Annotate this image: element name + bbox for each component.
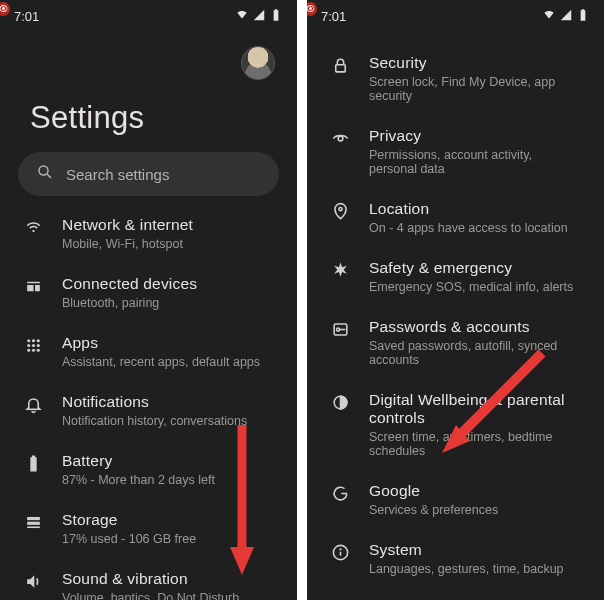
item-battery[interactable]: Battery87% - More than 2 days left [0, 440, 297, 499]
location-icon [329, 202, 351, 221]
item-label: Digital Wellbeing & parental controls [369, 391, 582, 427]
wifi-icon [542, 8, 556, 25]
wellbeing-icon [329, 393, 351, 412]
battery-icon [22, 454, 44, 473]
svg-point-10 [36, 349, 39, 352]
item-sub: Screen lock, Find My Device, app securit… [369, 75, 582, 103]
item-privacy[interactable]: PrivacyPermissions, account activity, pe… [307, 115, 604, 188]
svg-point-8 [27, 349, 30, 352]
item-label: Security [369, 54, 582, 72]
item-safety[interactable]: Safety & emergencyEmergency SOS, medical… [307, 247, 604, 306]
status-bar: 7:01 [307, 0, 604, 26]
svg-point-21 [336, 328, 339, 331]
svg-rect-12 [27, 522, 40, 525]
svg-point-3 [31, 339, 34, 342]
item-sub: Emergency SOS, medical info, alerts [369, 280, 573, 294]
status-icons [542, 8, 590, 25]
item-label: Sound & vibration [62, 570, 239, 588]
svg-rect-13 [27, 526, 40, 528]
item-label: Storage [62, 511, 196, 529]
item-security[interactable]: SecurityScreen lock, Find My Device, app… [307, 42, 604, 115]
bell-icon [22, 395, 44, 414]
item-label: Battery [62, 452, 215, 470]
svg-point-19 [338, 208, 341, 211]
emergency-icon [329, 261, 351, 280]
wifi-icon [235, 8, 249, 25]
search-settings-bar[interactable]: Search settings [18, 152, 279, 196]
svg-rect-17 [335, 65, 345, 72]
item-sub: Notification history, conversations [62, 414, 247, 428]
item-about-phone[interactable]: About phoneDilum's Pixel [307, 588, 604, 600]
devices-icon [22, 277, 44, 296]
item-passwords[interactable]: Passwords & accountsSaved passwords, aut… [307, 306, 604, 379]
item-notifications[interactable]: NotificationsNotification history, conve… [0, 381, 297, 440]
item-sub: Mobile, Wi-Fi, hotspot [62, 237, 193, 251]
signal-icon [252, 8, 266, 25]
item-label: Passwords & accounts [369, 318, 582, 336]
search-icon [36, 163, 54, 185]
item-sound[interactable]: Sound & vibrationVolume, haptics, Do Not… [0, 558, 297, 600]
battery-icon [269, 8, 283, 25]
item-sub: 87% - More than 2 days left [62, 473, 215, 487]
item-sub: On - 4 apps have access to location [369, 221, 568, 235]
svg-point-2 [27, 339, 30, 342]
svg-point-7 [36, 344, 39, 347]
svg-point-9 [31, 349, 34, 352]
wifi-icon [22, 218, 44, 237]
info-icon [329, 543, 351, 562]
settings-screen-top: ⦿ 7:01 Settings Search settings Network … [0, 0, 297, 600]
item-sub: Screen time, app timers, bedtime schedul… [369, 430, 582, 458]
battery-icon [576, 8, 590, 25]
item-location[interactable]: LocationOn - 4 apps have access to locat… [307, 188, 604, 247]
item-label: Connected devices [62, 275, 197, 293]
item-wellbeing[interactable]: Digital Wellbeing & parental controlsScr… [307, 379, 604, 470]
status-time: 7:01 [14, 9, 39, 24]
svg-line-1 [47, 174, 51, 178]
svg-point-5 [27, 344, 30, 347]
item-storage[interactable]: Storage17% used - 106 GB free [0, 499, 297, 558]
page-title: Settings [0, 80, 297, 152]
apps-icon [22, 336, 44, 355]
svg-point-4 [36, 339, 39, 342]
signal-icon [559, 8, 573, 25]
svg-point-18 [338, 136, 343, 141]
item-label: Network & internet [62, 216, 193, 234]
search-placeholder: Search settings [66, 166, 169, 183]
svg-rect-11 [27, 517, 40, 520]
svg-point-6 [31, 344, 34, 347]
item-sub: 17% used - 106 GB free [62, 532, 196, 546]
settings-list: Network & internetMobile, Wi-Fi, hotspot… [0, 196, 297, 600]
item-label: Notifications [62, 393, 247, 411]
item-label: Location [369, 200, 568, 218]
item-network[interactable]: Network & internetMobile, Wi-Fi, hotspot [0, 204, 297, 263]
item-sub: Permissions, account activity, personal … [369, 148, 582, 176]
status-time: 7:01 [321, 9, 346, 24]
storage-icon [22, 513, 44, 532]
privacy-icon [329, 129, 351, 148]
settings-screen-scrolled: ⦿ 7:01 SecurityScreen lock, Find My Devi… [307, 0, 604, 600]
item-label: Apps [62, 334, 260, 352]
item-sub: Languages, gestures, time, backup [369, 562, 564, 576]
svg-point-25 [340, 549, 341, 550]
item-connected-devices[interactable]: Connected devicesBluetooth, pairing [0, 263, 297, 322]
settings-list: SecurityScreen lock, Find My Device, app… [307, 36, 604, 600]
lock-icon [329, 56, 351, 75]
google-icon [329, 484, 351, 503]
item-label: Safety & emergency [369, 259, 573, 277]
item-system[interactable]: SystemLanguages, gestures, time, backup [307, 529, 604, 588]
profile-avatar[interactable] [241, 46, 275, 80]
volume-icon [22, 572, 44, 591]
key-icon [329, 320, 351, 339]
item-sub: Assistant, recent apps, default apps [62, 355, 260, 369]
item-sub: Bluetooth, pairing [62, 296, 197, 310]
svg-point-0 [39, 166, 48, 175]
item-label: System [369, 541, 564, 559]
item-label: Google [369, 482, 498, 500]
status-bar: 7:01 [0, 0, 297, 26]
item-sub: Services & preferences [369, 503, 498, 517]
item-label: Privacy [369, 127, 582, 145]
item-apps[interactable]: AppsAssistant, recent apps, default apps [0, 322, 297, 381]
status-icons [235, 8, 283, 25]
item-sub: Saved passwords, autofill, synced accoun… [369, 339, 582, 367]
item-google[interactable]: GoogleServices & preferences [307, 470, 604, 529]
